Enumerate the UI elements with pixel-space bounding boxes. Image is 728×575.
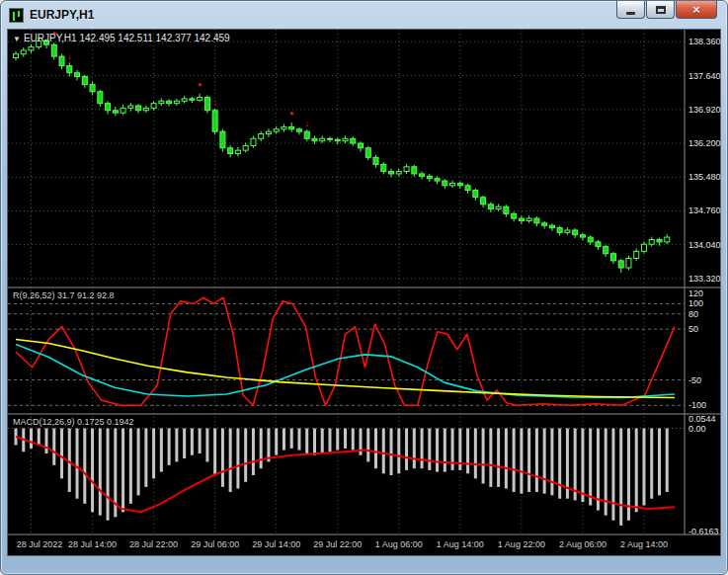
- svg-text:0.00: 0.00: [688, 424, 706, 434]
- svg-text:135.480: 135.480: [688, 172, 721, 182]
- svg-text:↓: ↓: [212, 98, 217, 108]
- svg-text:↓: ↓: [304, 119, 309, 128]
- svg-text:↓: ↓: [67, 51, 72, 61]
- collapse-arrow-icon[interactable]: ▼: [13, 35, 21, 43]
- svg-text:1 Aug 14:00: 1 Aug 14:00: [437, 539, 484, 549]
- svg-text:136.920: 136.920: [688, 105, 721, 115]
- svg-text:134.040: 134.040: [688, 240, 721, 250]
- chart-window: EURJPY,H1 × *↓*↓*↓ 28 Jul 202228 Jul 14:…: [0, 0, 728, 575]
- close-icon: ×: [692, 2, 700, 17]
- svg-text:29 Jul 22:00: 29 Jul 22:00: [313, 539, 362, 549]
- window-title: EURJPY,H1: [30, 8, 94, 22]
- maximize-icon: [656, 6, 666, 14]
- svg-text:*: *: [289, 110, 293, 120]
- minimize-icon: [626, 12, 635, 15]
- chart-content: *↓*↓*↓ 28 Jul 202228 Jul 14:0028 Jul 22:…: [7, 29, 721, 556]
- chart-canvas[interactable]: *↓*↓*↓ 28 Jul 202228 Jul 14:0028 Jul 22:…: [8, 30, 722, 557]
- svg-text:28 Jul 14:00: 28 Jul 14:00: [68, 539, 117, 549]
- svg-text:*: *: [52, 30, 56, 40]
- svg-text:-50: -50: [688, 375, 701, 385]
- svg-text:2 Aug 14:00: 2 Aug 14:00: [620, 539, 668, 549]
- sell-signals-layer: *↓*↓*↓: [52, 30, 309, 128]
- macd-panel: [8, 429, 685, 526]
- svg-text:120: 120: [688, 288, 703, 298]
- svg-text:138.360: 138.360: [688, 37, 721, 46]
- svg-text:80: 80: [688, 309, 698, 319]
- oscillator-panel: [8, 297, 685, 405]
- svg-text:28 Jul 22:00: 28 Jul 22:00: [129, 539, 178, 549]
- chart-icon: [9, 8, 24, 23]
- svg-text:100: 100: [688, 298, 703, 308]
- maximize-button[interactable]: [646, 1, 675, 19]
- svg-text:137.640: 137.640: [688, 71, 721, 81]
- svg-text:2 Aug 06:00: 2 Aug 06:00: [559, 539, 607, 549]
- window-controls: ×: [616, 1, 719, 19]
- svg-text:29 Jul 14:00: 29 Jul 14:00: [252, 539, 300, 549]
- svg-text:1 Aug 22:00: 1 Aug 22:00: [498, 539, 545, 549]
- minimize-button[interactable]: [616, 1, 645, 19]
- svg-text:-100: -100: [688, 400, 706, 410]
- svg-text:50: 50: [688, 324, 698, 334]
- svg-text:133.320: 133.320: [688, 274, 721, 284]
- svg-text:*: *: [198, 81, 202, 91]
- svg-text:134.760: 134.760: [688, 205, 721, 215]
- svg-text:29 Jul 06:00: 29 Jul 06:00: [191, 539, 239, 549]
- svg-text:1 Aug 06:00: 1 Aug 06:00: [375, 539, 423, 549]
- titlebar[interactable]: EURJPY,H1 ×: [7, 1, 721, 29]
- price-panel-candles: [14, 39, 670, 274]
- svg-text:28 Jul 2022: 28 Jul 2022: [17, 539, 63, 549]
- svg-text:136.200: 136.200: [688, 138, 721, 148]
- close-button[interactable]: ×: [676, 1, 717, 19]
